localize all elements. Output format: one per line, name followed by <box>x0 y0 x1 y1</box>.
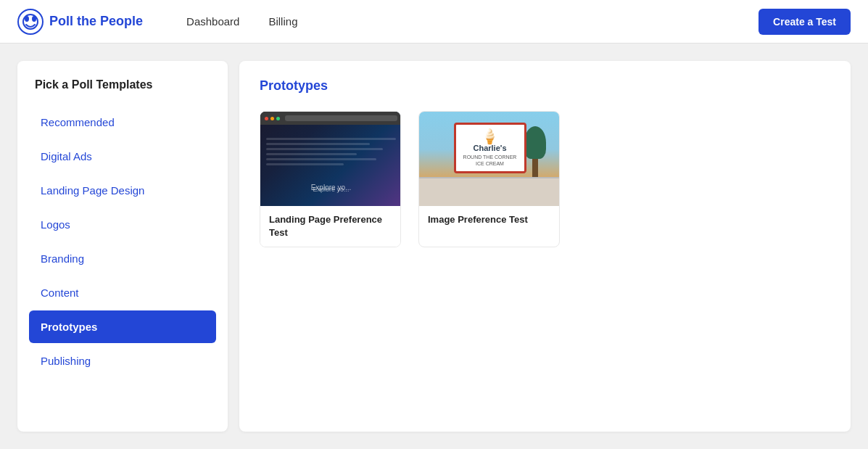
page-lines <box>266 138 396 184</box>
sidebar-item-publishing[interactable]: Publishing <box>29 345 216 377</box>
dot-red <box>265 117 268 120</box>
nav-dashboard[interactable]: Dashboard <box>186 15 239 28</box>
card-label-landing-page: Landing Page Preference Test <box>260 206 400 247</box>
line-4 <box>266 153 357 155</box>
explore-text: Explore yo... <box>313 186 349 193</box>
header: Poll the People Dashboard Billing Create… <box>0 0 868 44</box>
logo-icon <box>17 9 44 35</box>
ice-cream-icon: 🍦 <box>463 129 517 144</box>
dot-yellow <box>270 117 274 120</box>
charlies-subtitle: ROUND THE CORNERICE CREAM <box>463 155 517 167</box>
sidebar-item-logos[interactable]: Logos <box>29 208 216 241</box>
sidebar-item-content[interactable]: Content <box>29 276 216 309</box>
sidebar-item-digital-ads[interactable]: Digital Ads <box>29 140 216 173</box>
line-3 <box>266 148 383 150</box>
svg-point-0 <box>18 9 43 34</box>
dot-green <box>276 117 280 120</box>
sidebar-item-branding[interactable]: Branding <box>29 242 216 275</box>
line-6 <box>266 163 344 165</box>
create-test-button[interactable]: Create a Test <box>759 9 851 35</box>
card-landing-page-preference[interactable]: Explore yo... Landing Page Preference Te… <box>260 111 401 247</box>
sidebar-item-landing-page-design[interactable]: Landing Page Design <box>29 174 216 207</box>
card-label-image-preference: Image Preference Test <box>419 206 559 234</box>
logo-text: Poll the People <box>49 14 143 29</box>
logo: Poll the People <box>17 9 143 35</box>
line-2 <box>266 143 370 145</box>
tree-decoration <box>524 126 546 177</box>
address-bar <box>285 115 397 121</box>
card-image-charlies: 🍦 Charlie's ROUND THE CORNERICE CREAM <box>419 112 560 206</box>
sidebar: Pick a Poll Templates Recommended Digita… <box>17 61 228 432</box>
content-title: Prototypes <box>260 78 830 94</box>
card-image-preference[interactable]: 🍦 Charlie's ROUND THE CORNERICE CREAM Im… <box>418 111 560 247</box>
main-content: Pick a Poll Templates Recommended Digita… <box>0 44 868 449</box>
nav: Dashboard Billing <box>186 15 759 28</box>
tree-canopy <box>524 126 546 159</box>
svg-point-2 <box>25 16 29 22</box>
sidebar-item-prototypes[interactable]: Prototypes <box>29 310 216 343</box>
sidebar-item-recommended[interactable]: Recommended <box>29 106 216 139</box>
charlies-name: Charlie's <box>463 144 517 153</box>
sidebar-title: Pick a Poll Templates <box>29 78 216 91</box>
line-1 <box>266 138 396 140</box>
content-panel: Prototypes <box>239 61 851 432</box>
charlies-sign: 🍦 Charlie's ROUND THE CORNERICE CREAM <box>454 123 526 173</box>
card-image-landing-page: Explore yo... <box>260 112 401 206</box>
svg-point-3 <box>32 16 36 22</box>
nav-billing[interactable]: Billing <box>268 15 297 28</box>
cards-grid: Explore yo... Landing Page Preference Te… <box>260 111 830 247</box>
tree-trunk <box>532 159 538 177</box>
building <box>419 177 560 206</box>
line-5 <box>266 158 376 160</box>
browser-bar <box>260 112 401 125</box>
